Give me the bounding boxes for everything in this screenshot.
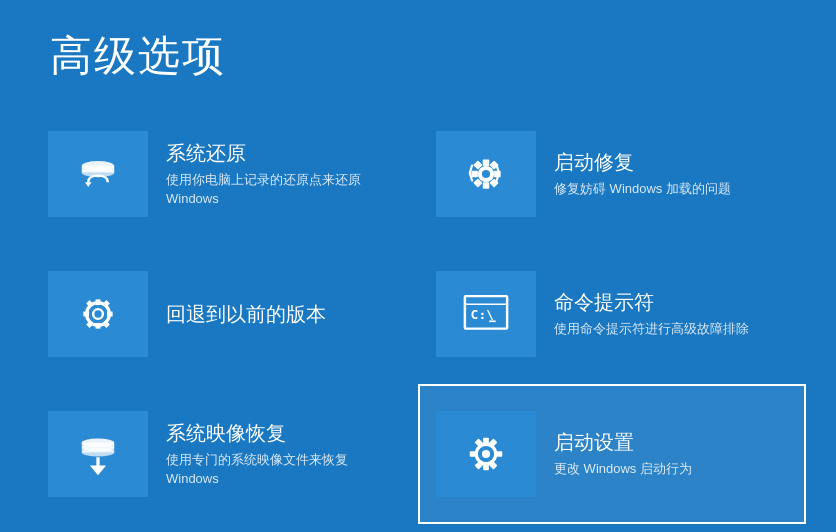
svg-rect-19 [96,323,101,329]
cmd-desc: 使用命令提示符进行高级故障排除 [554,320,749,338]
option-cmd[interactable]: C:\ 命令提示符 使用命令提示符进行高级故障排除 [418,244,806,384]
page-title: 高级选项 [0,0,836,104]
svg-point-5 [482,170,490,178]
system-restore-icon-box [48,131,148,217]
svg-marker-36 [90,465,106,475]
option-startup-settings[interactable]: 启动设置 更改 Windows 启动行为 [418,384,806,524]
svg-point-38 [482,450,490,458]
svg-rect-18 [96,299,101,305]
startup-settings-title: 启动设置 [554,429,692,456]
option-image-recovery[interactable]: 系统映像恢复 使用专门的系统映像文件来恢复Windows [30,384,418,524]
svg-rect-23 [86,300,93,307]
svg-rect-40 [483,463,489,470]
startup-repair-text: 启动修复 修复妨碍 Windows 加载的问题 [554,149,731,198]
restore-icon [72,148,124,200]
cmd-icon: C:\ [460,288,512,340]
svg-text:C:\: C:\ [471,307,495,322]
go-back-title: 回退到以前的版本 [166,301,326,328]
svg-rect-24 [102,320,109,327]
svg-point-17 [93,309,103,319]
startup-repair-icon-box: ⟨ ⟩ [436,131,536,217]
option-go-back[interactable]: 回退到以前的版本 [30,244,418,384]
image-recovery-icon [72,428,124,480]
svg-rect-21 [83,312,89,317]
startup-settings-desc: 更改 Windows 启动行为 [554,460,692,478]
svg-rect-42 [470,451,477,457]
system-restore-text: 系统还原 使用你电脑上记录的还原点来还原Windows [166,140,361,207]
go-back-icon [72,288,124,340]
svg-marker-3 [85,182,92,187]
image-recovery-text: 系统映像恢复 使用专门的系统映像文件来恢复Windows [166,420,348,487]
cmd-text: 命令提示符 使用命令提示符进行高级故障排除 [554,289,749,338]
svg-rect-39 [483,438,489,445]
svg-point-34 [82,448,115,456]
image-recovery-title: 系统映像恢复 [166,420,348,447]
svg-rect-41 [495,451,502,457]
svg-rect-6 [483,159,490,166]
svg-rect-25 [86,320,93,327]
cmd-icon-box: C:\ [436,271,536,357]
go-back-text: 回退到以前的版本 [166,301,326,328]
system-restore-title: 系统还原 [166,140,361,167]
startup-repair-title: 启动修复 [554,149,731,176]
svg-rect-22 [102,300,109,307]
svg-rect-20 [107,312,113,317]
startup-repair-desc: 修复妨碍 Windows 加载的问题 [554,180,731,198]
go-back-icon-box [48,271,148,357]
image-recovery-desc: 使用专门的系统映像文件来恢复Windows [166,451,348,487]
svg-rect-7 [483,182,490,189]
option-system-restore[interactable]: 系统还原 使用你电脑上记录的还原点来还原Windows [30,104,418,244]
startup-repair-icon: ⟨ ⟩ [460,148,512,200]
startup-settings-text: 启动设置 更改 Windows 启动行为 [554,429,692,478]
option-startup-repair[interactable]: ⟨ ⟩ 启动修复 修复妨碍 Windows 加载的问题 [418,104,806,244]
startup-settings-icon-box [436,411,536,497]
svg-rect-29 [489,321,496,323]
image-recovery-icon-box [48,411,148,497]
system-restore-desc: 使用你电脑上记录的还原点来还原Windows [166,171,361,207]
cmd-title: 命令提示符 [554,289,749,316]
options-grid: 系统还原 使用你电脑上记录的还原点来还原Windows [0,104,836,524]
svg-text:⟨: ⟨ [467,163,474,183]
svg-text:⟩: ⟩ [494,163,501,183]
startup-settings-icon [460,428,512,480]
